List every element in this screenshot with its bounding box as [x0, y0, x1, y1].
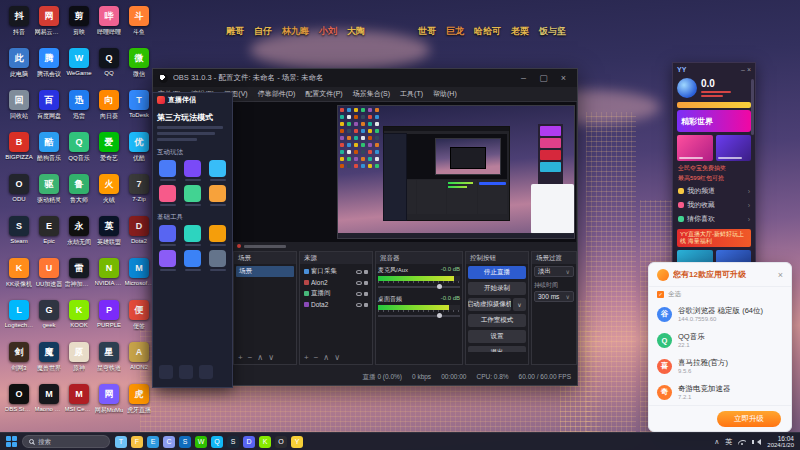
move-down-icon[interactable]: [268, 353, 274, 363]
companion-mode-tab[interactable]: 第三方玩法模式: [157, 112, 228, 123]
desktop-icon[interactable]: 腾 腾讯会议: [34, 48, 64, 90]
desktop-icon[interactable]: 星 星穹铁道: [94, 342, 124, 384]
desktop-icon[interactable]: 原 原神: [64, 342, 94, 384]
tool-item[interactable]: [184, 250, 201, 271]
transition-select[interactable]: 淡出: [534, 266, 574, 277]
lock-icon[interactable]: [364, 292, 368, 296]
stop-streaming-button[interactable]: 停止直播: [468, 266, 526, 279]
taskbar-app-icon[interactable]: K: [259, 436, 271, 448]
taskbar-app-icon[interactable]: T: [115, 436, 127, 448]
desktop-icon[interactable]: 火 火绒: [94, 174, 124, 216]
live-thumbnail[interactable]: [716, 135, 752, 161]
footer-button[interactable]: [159, 365, 173, 379]
scene-item[interactable]: 场景: [236, 266, 294, 277]
desktop-icon[interactable]: K KK录像机: [4, 258, 34, 300]
volume-slider[interactable]: [378, 312, 460, 319]
desktop-icon[interactable]: O OBS Studio: [4, 384, 34, 426]
promo-strip[interactable]: [677, 102, 751, 108]
virtual-camera-config-icon[interactable]: [513, 298, 526, 311]
move-up-icon[interactable]: [257, 353, 263, 363]
desktop-icon[interactable]: L Logitech G HUB: [4, 300, 34, 342]
exit-button[interactable]: 退出: [468, 346, 526, 352]
desktop-icon[interactable]: 雷 雷神加速器: [64, 258, 94, 300]
tool-item[interactable]: [159, 250, 176, 271]
taskbar-app-icon[interactable]: Y: [291, 436, 303, 448]
desktop-icon[interactable]: O ODU: [4, 174, 34, 216]
taskbar-clock[interactable]: 16:04 2024/1/20: [767, 435, 794, 449]
virtual-camera-button[interactable]: 启动虚拟摄像机: [468, 298, 511, 311]
close-icon[interactable]: [778, 270, 783, 280]
desktop-icon[interactable]: Q QQ音乐: [64, 132, 94, 174]
remove-scene-icon[interactable]: [248, 353, 253, 363]
duration-field[interactable]: 300 ms: [534, 291, 574, 302]
desktop-icon[interactable]: Q QQ: [94, 48, 124, 90]
yy-profile[interactable]: 0.0: [673, 76, 755, 100]
select-all-row[interactable]: 全选: [649, 287, 791, 301]
desktop-icon[interactable]: 鲁 鲁大师: [64, 174, 94, 216]
volume-icon[interactable]: [752, 439, 761, 445]
desktop-icon[interactable]: 剪 剪映: [64, 6, 94, 48]
start-button[interactable]: [6, 436, 17, 447]
desktop-icon[interactable]: 此 此电脑: [4, 48, 34, 90]
desktop-icon[interactable]: E Epic: [34, 216, 64, 258]
desktop-icon[interactable]: 永 永劫无间: [64, 216, 94, 258]
yy-window-buttons[interactable]: – ×: [741, 66, 751, 73]
desktop-icon[interactable]: P PURPLE: [94, 300, 124, 342]
desktop-icon[interactable]: M Microsoft Edge: [124, 258, 154, 300]
tool-item[interactable]: [209, 225, 226, 246]
source-item[interactable]: Dota2: [302, 299, 370, 310]
taskbar-app-icon[interactable]: C: [163, 436, 175, 448]
taskbar-app-icon[interactable]: S: [227, 436, 239, 448]
tool-item[interactable]: [209, 185, 226, 206]
desktop-icon[interactable]: 便 便签: [124, 300, 154, 342]
menu-tools[interactable]: 工具(T): [395, 89, 428, 99]
move-down-icon[interactable]: [334, 353, 340, 363]
desktop-icon[interactable]: A AION2: [124, 342, 154, 384]
yy-titlebar[interactable]: YY – ×: [673, 63, 755, 76]
desktop-icon[interactable]: 抖 抖音: [4, 6, 34, 48]
language-indicator[interactable]: 英: [725, 437, 732, 447]
source-item[interactable]: 窗口采集: [302, 266, 370, 277]
desktop-icon[interactable]: 虎 虎牙直播: [124, 384, 154, 426]
desktop-icon[interactable]: 酷 酷狗音乐: [34, 132, 64, 174]
desktop-icon[interactable]: 魔 魔兽世界: [34, 342, 64, 384]
desktop-icon[interactable]: G geek: [34, 300, 64, 342]
footer-button[interactable]: [199, 365, 213, 379]
taskbar-app-icon[interactable]: O: [275, 436, 287, 448]
avatar[interactable]: [677, 78, 697, 98]
move-up-icon[interactable]: [323, 353, 329, 363]
desktop-icon[interactable]: K KOOK: [64, 300, 94, 342]
visibility-eye-icon[interactable]: [356, 270, 362, 274]
tool-item[interactable]: [209, 160, 226, 181]
desktop-icon[interactable]: 微 微信: [124, 48, 154, 90]
visibility-eye-icon[interactable]: [356, 281, 362, 285]
desktop-icon[interactable]: W WeGame: [64, 48, 94, 90]
updater-app-row[interactable]: 奇 奇游电竞加速器 7.2.1: [649, 379, 791, 405]
start-recording-button[interactable]: 开始录制: [468, 282, 526, 295]
desktop-icon[interactable]: 网 网易云音乐: [34, 6, 64, 48]
desktop-icon[interactable]: D Dota2: [124, 216, 154, 258]
scrollbar[interactable]: [751, 79, 754, 135]
desktop-icon[interactable]: 7 7-Zip: [124, 174, 154, 216]
close-icon[interactable]: [556, 69, 571, 87]
search-input[interactable]: [38, 438, 98, 445]
companion-titlebar[interactable]: 直播伴侣: [153, 93, 232, 107]
yy-menu-favorites[interactable]: 我的收藏: [673, 198, 755, 212]
taskbar-app-icon[interactable]: S: [179, 436, 191, 448]
obs-preview-canvas[interactable]: [337, 105, 575, 239]
desktop-icon[interactable]: 英 英雄联盟: [94, 216, 124, 258]
desktop-icon[interactable]: 迅 迅雷: [64, 90, 94, 132]
studio-mode-button[interactable]: 工作室模式: [468, 314, 526, 327]
menu-profile[interactable]: 配置文件(P): [300, 89, 347, 99]
wifi-icon[interactable]: [738, 439, 746, 445]
desktop-icon[interactable]: 斗 斗鱼: [124, 6, 154, 48]
taskbar-app-icon[interactable]: Q: [211, 436, 223, 448]
visibility-eye-icon[interactable]: [356, 303, 362, 307]
lock-icon[interactable]: [364, 303, 368, 307]
source-item[interactable]: Aion2: [302, 277, 370, 288]
minimize-icon[interactable]: [516, 69, 531, 87]
desktop-icon[interactable]: 剑 剑网3: [4, 342, 34, 384]
desktop-icon[interactable]: 百 百度网盘: [34, 90, 64, 132]
tool-item[interactable]: [184, 185, 201, 206]
tool-item[interactable]: [159, 160, 176, 181]
